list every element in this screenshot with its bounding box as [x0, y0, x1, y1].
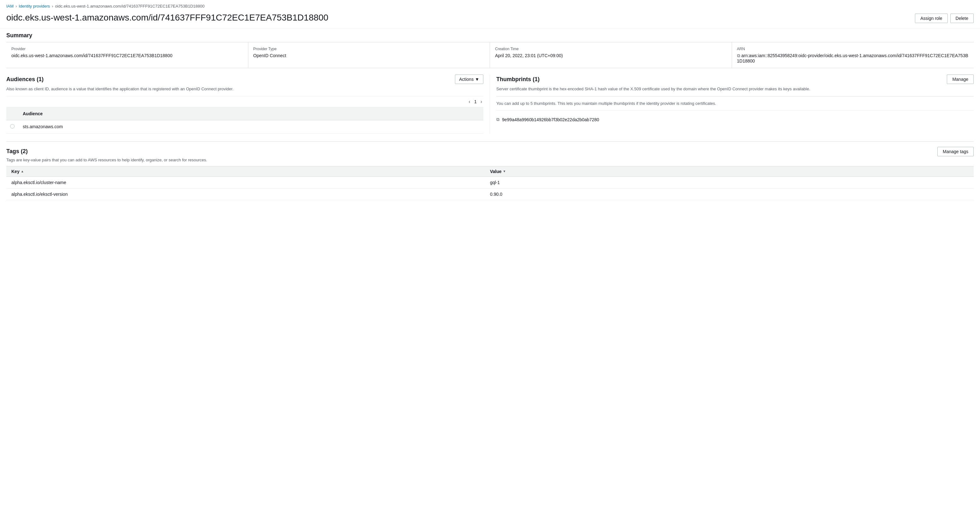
summary-arn-value: ⧉arn:aws:iam::825543958249:oidc-provider…: [737, 53, 969, 64]
audiences-panel-header: Audiences (1) Actions ▼: [6, 75, 484, 84]
tags-header: Tags (2) Manage tags: [6, 147, 974, 156]
key-sort-icon: ▲: [21, 170, 24, 173]
tags-description: Tags are key-value pairs that you can ad…: [6, 157, 974, 162]
thumbprint-value-row: ⧉ 9e99a48a9960b14926bb7f3b02e22da2b0ab72…: [496, 114, 974, 122]
tags-rows-container: alpha.eksctl.io/cluster-name gql-1 alpha…: [6, 177, 974, 200]
summary-section-title: Summary: [0, 28, 980, 42]
tags-key-header: Key ▲: [11, 169, 490, 174]
delete-button[interactable]: Delete: [950, 14, 974, 23]
header-actions: Assign role Delete: [915, 12, 974, 23]
two-col-layout: Audiences (1) Actions ▼ Also known as cl…: [6, 75, 974, 133]
page-title: oidc.eks.us-west-1.amazonaws.com/id/7416…: [6, 12, 328, 23]
audiences-title: Audiences (1): [6, 76, 44, 83]
summary-provider-value: oidc.eks.us-west-1.amazonaws.com/id/7416…: [11, 53, 243, 58]
tags-section: Tags (2) Manage tags Tags are key-value …: [6, 141, 974, 200]
summary-creation-cell: Creation Time April 20, 2022, 23:01 (UTC…: [490, 42, 732, 68]
manage-thumbprints-button[interactable]: Manage: [947, 75, 974, 84]
thumbprint-copy-icon[interactable]: ⧉: [496, 117, 500, 122]
actions-button[interactable]: Actions ▼: [455, 75, 484, 84]
summary-type-label: Provider Type: [253, 47, 485, 51]
thumbprints-panel-header: Thumbprints (1) Manage: [496, 75, 974, 84]
audience-radio[interactable]: [10, 124, 14, 129]
chevron-down-icon: ▼: [475, 77, 479, 82]
thumbprints-description: Server certificate thumbprint is the hex…: [496, 86, 974, 92]
breadcrumb-iam[interactable]: IAM: [6, 4, 14, 8]
summary-grid: Provider oidc.eks.us-west-1.amazonaws.co…: [6, 42, 974, 68]
audience-col-header: Audience: [19, 110, 484, 118]
summary-arn-label: ARN: [737, 47, 969, 51]
tags-row: alpha.eksctl.io/cluster-name gql-1: [6, 177, 974, 189]
summary-type-value: OpenID Connect: [253, 53, 485, 58]
tags-title: Tags (2): [6, 148, 28, 155]
page-header: oidc.eks.us-west-1.amazonaws.com/id/7416…: [0, 11, 980, 28]
summary-type-cell: Provider Type OpenID Connect: [248, 42, 490, 68]
audiences-table-header: Audience: [6, 107, 484, 120]
summary-creation-label: Creation Time: [495, 47, 727, 51]
thumbprint-hash: 9e99a48a9960b14926bb7f3b02e22da2b0ab7280: [502, 117, 599, 122]
value-sort-icon: ▼: [503, 170, 506, 173]
summary-creation-value: April 20, 2022, 23:01 (UTC+09:00): [495, 53, 727, 58]
summary-arn-cell: ARN ⧉arn:aws:iam::825543958249:oidc-prov…: [732, 42, 974, 68]
tags-row: alpha.eksctl.io/eksctl-version 0.90.0: [6, 189, 974, 200]
breadcrumb-current: oidc.eks.us-west-1.amazonaws.com/id/7416…: [55, 4, 204, 8]
audience-table-row: sts.amazonaws.com: [6, 120, 484, 133]
manage-tags-button[interactable]: Manage tags: [937, 147, 974, 156]
tags-table-header: Key ▲ Value ▼: [6, 166, 974, 177]
thumbprints-info: You can add up to 5 thumbprints. This le…: [496, 96, 974, 111]
pagination-current: 1: [474, 99, 477, 104]
breadcrumb-identity-providers[interactable]: Identity providers: [19, 4, 50, 8]
audience-radio-col-header: [6, 110, 19, 118]
assign-role-button[interactable]: Assign role: [915, 14, 947, 23]
summary-provider-cell: Provider oidc.eks.us-west-1.amazonaws.co…: [6, 42, 248, 68]
tag-key: alpha.eksctl.io/cluster-name: [11, 180, 490, 185]
tags-value-header: Value ▼: [490, 169, 969, 174]
tag-value: 0.90.0: [490, 192, 969, 197]
copy-icon[interactable]: ⧉: [737, 53, 740, 58]
next-page-button[interactable]: ›: [479, 98, 484, 105]
breadcrumb: IAM › Identity providers › oidc.eks.us-w…: [0, 0, 980, 11]
audience-value: sts.amazonaws.com: [19, 123, 484, 130]
audiences-pagination: ‹ 1 ›: [6, 96, 484, 107]
audiences-panel: Audiences (1) Actions ▼ Also known as cl…: [6, 75, 490, 133]
thumbprints-title: Thumbprints (1): [496, 76, 539, 83]
thumbprints-panel: Thumbprints (1) Manage Server certificat…: [490, 75, 974, 133]
audiences-description: Also known as client ID, audience is a v…: [6, 86, 484, 92]
tag-value: gql-1: [490, 180, 969, 185]
summary-provider-label: Provider: [11, 47, 243, 51]
tag-key: alpha.eksctl.io/eksctl-version: [11, 192, 490, 197]
prev-page-button[interactable]: ‹: [468, 98, 472, 105]
